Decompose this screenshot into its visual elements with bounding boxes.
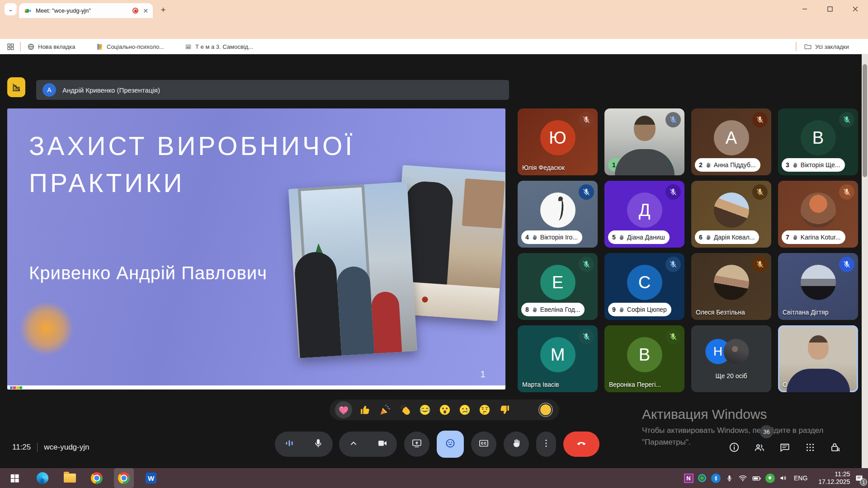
raise-hand-button[interactable] [504, 432, 529, 457]
reaction-thumbs-up-icon[interactable] [359, 403, 372, 417]
taskbar-edge[interactable] [33, 468, 52, 488]
skin-tone-selector[interactable] [540, 404, 551, 415]
battery-icon[interactable] [750, 468, 763, 488]
participant-tile-6[interactable]: Д5Діана Даниш [604, 181, 684, 248]
participant-tile-12[interactable]: Світлана Дігтяр [778, 253, 858, 320]
start-button[interactable] [5, 468, 24, 488]
participant-tile-9[interactable]: Е8Евеліна Год... [518, 253, 598, 320]
taskbar-word[interactable]: W [141, 468, 161, 488]
notification-badge: 1 [860, 479, 867, 486]
mic-button[interactable] [275, 432, 333, 457]
participant-name: Вікторія Іго... [540, 234, 578, 241]
participant-name: Марта Івасів [522, 381, 559, 388]
hand-raised-badge: 7Karina Kotur... [782, 230, 845, 244]
apps-grid-icon[interactable] [6, 39, 15, 54]
folder-icon [804, 42, 812, 51]
participant-tile-16[interactable]: Олександра Гр... [778, 325, 858, 392]
reaction-thinking-icon[interactable] [478, 403, 491, 417]
reaction-sparkling-heart-icon[interactable] [335, 401, 352, 418]
bluetooth-icon[interactable] [709, 468, 722, 488]
scrollbar-thumb[interactable] [863, 64, 867, 177]
more-options-icon [541, 438, 552, 450]
tab-close-icon[interactable]: ✕ [143, 8, 148, 14]
page-scrollbar[interactable] [862, 54, 868, 468]
all-bookmarks-button[interactable]: Усі закладки [804, 39, 849, 54]
reaction-clapping-hands-icon[interactable] [398, 403, 412, 417]
participant-tile-4[interactable]: В3Вікторія Ще... [778, 108, 858, 175]
participant-tile-3[interactable]: А2Анна Піддуб... [691, 108, 771, 175]
chat-button[interactable] [772, 438, 797, 456]
activities-button[interactable] [797, 438, 823, 456]
window-minimize-button[interactable] [792, 0, 817, 18]
present-screen-button[interactable] [404, 432, 429, 457]
participant-tile-7[interactable]: 6Дарія Ковал... [691, 181, 771, 248]
reaction-thumbs-down-icon[interactable] [498, 403, 511, 417]
participant-name: Андрій Крив... [627, 161, 668, 169]
new-tab-button[interactable]: + [157, 4, 169, 16]
volume-icon[interactable] [777, 468, 790, 488]
show-participants-button[interactable] [747, 438, 772, 456]
participant-tile-13[interactable]: ММарта Івасів [518, 325, 598, 392]
host-controls-button[interactable] [823, 438, 848, 456]
language-indicator[interactable]: ENG [790, 474, 811, 482]
participant-tile-15[interactable]: НЩе 20 осіб [691, 325, 771, 392]
chevron-up-icon[interactable] [348, 438, 359, 450]
reaction-astonished-icon[interactable] [438, 403, 452, 417]
mic-muted-icon [752, 112, 768, 127]
mic-muted-icon [752, 257, 768, 272]
avatar [714, 192, 749, 228]
chat-icon [779, 441, 791, 453]
reaction-crying-icon[interactable] [458, 403, 472, 417]
antivirus-icon[interactable] [763, 468, 777, 488]
participant-name: Діана Даниш [627, 234, 665, 241]
hand-raised-badge: 6Дарія Ковал... [695, 230, 759, 244]
bookmark-label: Т е м а 3. Самосвід... [195, 43, 253, 50]
reaction-tears-of-joy-icon[interactable] [418, 403, 432, 417]
bookmark-item-3[interactable]: Т е м а 3. Самосвід... [184, 39, 253, 54]
participant-tile-14[interactable]: ВВероніка Перегі... [604, 325, 684, 392]
meeting-details-button[interactable] [722, 438, 747, 456]
participant-tile-10[interactable]: С9Софія Цюпер [604, 253, 684, 320]
browser-tab[interactable]: Meet: "wce-yudg-yjn" ✕ [19, 3, 153, 18]
captions-button[interactable] [471, 432, 496, 457]
taskbar-chrome-active[interactable] [114, 468, 134, 488]
chevron-down-icon: ⌄ [8, 6, 13, 13]
end-call-button[interactable] [563, 432, 599, 457]
presentation-warning-icon[interactable] [7, 77, 25, 97]
tray-onenote-icon[interactable]: N [682, 468, 695, 488]
taskbar-chrome[interactable] [87, 468, 107, 488]
participant-tile-5[interactable]: 4Вікторія Іго... [518, 181, 598, 248]
window-maximize-button[interactable] [817, 0, 843, 18]
reactions-button[interactable] [437, 431, 464, 458]
participant-name: Юлія Федасюк [522, 164, 565, 171]
browser-tab-bar: ⌄ Meet: "wce-yudg-yjn" ✕ + [0, 0, 868, 18]
wifi-icon[interactable] [736, 468, 750, 488]
hand-raised-badge: 9Софія Цюпер [608, 303, 671, 316]
chrome-icon [118, 472, 130, 484]
participant-tile-11[interactable]: Олеся Безтільна [691, 253, 771, 320]
tray-mic-icon[interactable] [722, 468, 736, 488]
bookmark-item-1[interactable]: Нова вкладка [27, 39, 75, 54]
participant-name: Дарія Ковал... [714, 234, 755, 241]
participant-tile-8[interactable]: 7Karina Kotur... [778, 181, 858, 248]
taskbar-file-explorer[interactable] [60, 468, 80, 488]
tray-update-icon[interactable] [695, 468, 709, 488]
participant-name: Вікторія Ще... [801, 161, 840, 169]
people-icon [754, 441, 765, 453]
participant-name: Анна Піддуб... [714, 161, 756, 169]
participant-tile-2[interactable]: 1Андрій Крив... [604, 108, 684, 175]
reaction-party-popper-icon[interactable] [378, 403, 392, 417]
book-icon [96, 43, 104, 51]
avatar: Ю [540, 120, 576, 155]
presentation-slide[interactable]: ЗАХИСТ ВИРОБНИЧОЇ ПРАКТИКИ Кривенко Андр… [7, 108, 505, 389]
more-options-button[interactable] [536, 432, 556, 457]
camera-button[interactable] [339, 432, 397, 457]
meet-right-controls [722, 438, 848, 456]
bookmarks-separator [20, 42, 21, 51]
participant-tile-1[interactable]: ЮЮлія Федасюк [518, 108, 598, 175]
window-close-button[interactable] [843, 0, 868, 18]
taskbar-clock[interactable]: 11:25 17.12.2025 [811, 470, 850, 486]
notification-center-button[interactable]: 1 [850, 468, 868, 488]
tab-search-button[interactable]: ⌄ [5, 3, 17, 15]
bookmark-item-2[interactable]: Соціально-психоло... [96, 39, 164, 54]
